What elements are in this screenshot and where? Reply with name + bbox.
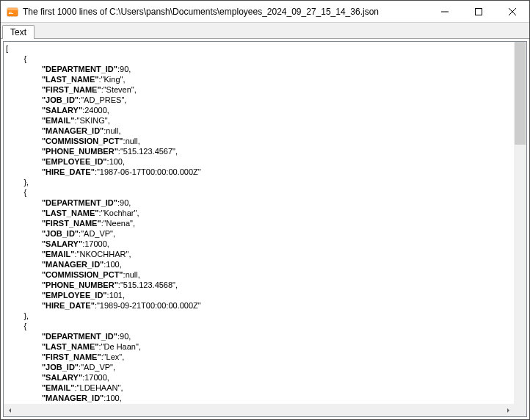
scroll-corner xyxy=(514,404,526,416)
window-title: The first 1000 lines of C:\Users\pansh\D… xyxy=(23,7,428,17)
scroll-right-icon[interactable] xyxy=(501,404,514,416)
text-viewer: [ { "DEPARTMENT_ID":90, "LAST_NAME":"Kin… xyxy=(3,41,527,417)
vertical-scrollbar-thumb[interactable] xyxy=(515,42,526,145)
horizontal-scrollbar[interactable] xyxy=(4,404,514,416)
svg-rect-2 xyxy=(9,12,12,12)
svg-rect-1 xyxy=(7,8,18,10)
svg-marker-8 xyxy=(9,408,11,413)
window-buttons xyxy=(428,1,529,22)
svg-rect-3 xyxy=(9,13,13,14)
tab-bar: Text xyxy=(1,23,529,39)
scroll-left-icon[interactable] xyxy=(4,404,16,416)
maximize-button[interactable] xyxy=(462,1,495,23)
svg-rect-5 xyxy=(476,9,482,15)
minimize-button[interactable] xyxy=(428,1,462,23)
titlebar: The first 1000 lines of C:\Users\pansh\D… xyxy=(1,1,529,23)
vertical-scrollbar[interactable] xyxy=(514,42,526,404)
svg-marker-9 xyxy=(507,408,509,413)
content-area: [ { "DEPARTMENT_ID":90, "LAST_NAME":"Kin… xyxy=(1,39,529,419)
close-button[interactable] xyxy=(495,1,529,23)
json-text-content[interactable]: [ { "DEPARTMENT_ID":90, "LAST_NAME":"Kin… xyxy=(4,42,514,404)
app-icon xyxy=(7,6,18,18)
tab-text[interactable]: Text xyxy=(2,25,35,39)
